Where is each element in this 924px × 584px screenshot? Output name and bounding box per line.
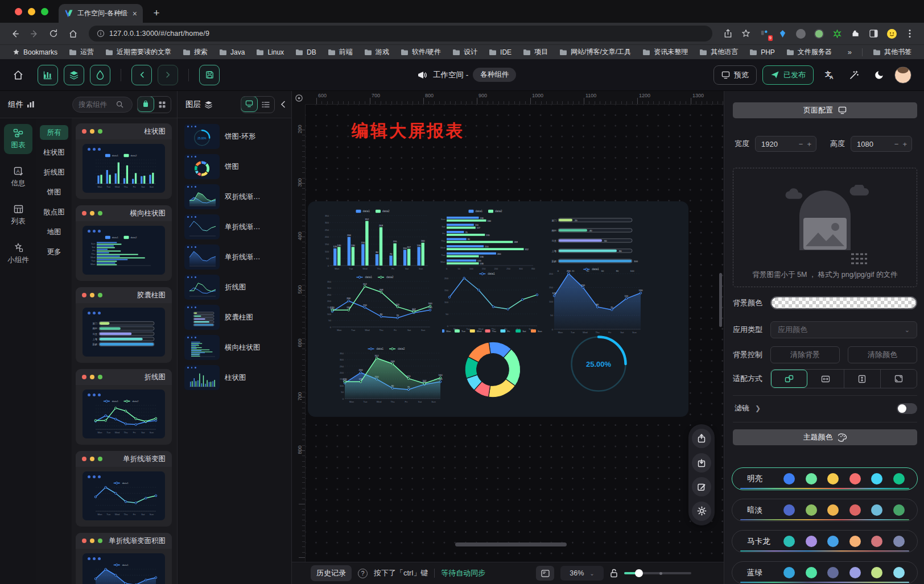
bookmark-folder[interactable]: 网站/博客/文章/工具 <box>555 46 636 58</box>
component-card[interactable]: 单折线渐变面积图 MonTueWedThuFriSatSundata1 <box>76 533 172 584</box>
preview-button[interactable]: 预览 <box>713 65 757 85</box>
fit-auto-button[interactable] <box>771 370 807 388</box>
search-input[interactable] <box>72 97 133 113</box>
theme-row-3[interactable]: 蓝绿 <box>732 561 918 584</box>
slider-handle[interactable] <box>635 569 643 577</box>
category-item[interactable]: 地图 <box>40 225 68 239</box>
bookmark-folder[interactable]: 资讯未整理 <box>638 46 692 58</box>
canvas-chart-capsule[interactable]: 厦门20南阳40北京60上海80新疆100020406080100 <box>543 210 645 273</box>
theme-color-dot[interactable] <box>871 504 882 516</box>
fit-stretch-button[interactable] <box>881 370 917 388</box>
canvas-chart-dual-gradient-area[interactable]: 050100150200250300350MonTueWedThuFriSatS… <box>334 346 444 405</box>
profile-avatar[interactable] <box>884 26 899 41</box>
zoom-select[interactable]: 36%⌄ <box>560 566 604 581</box>
vertical-scrollbar[interactable] <box>719 273 722 327</box>
bookmark-folder[interactable]: IDE <box>484 46 516 58</box>
extension-green-circle-icon[interactable] <box>811 26 826 41</box>
theme-color-dot[interactable] <box>893 504 905 516</box>
history-button[interactable]: 历史记录 <box>311 565 352 581</box>
extension-badge-icon[interactable]: 9 <box>757 26 772 41</box>
grid-view-toggle[interactable] <box>154 97 171 113</box>
theme-row-0[interactable]: 明亮 <box>732 467 918 490</box>
zoom-window-button[interactable] <box>41 8 48 15</box>
decrement-icon[interactable]: − <box>894 140 899 148</box>
other-bookmarks-folder[interactable]: 其他书签 <box>868 46 916 58</box>
new-tab-button[interactable]: + <box>148 5 164 21</box>
bookmark-folder[interactable]: 项目 <box>518 46 552 58</box>
theme-row-2[interactable]: 马卡龙 <box>732 530 918 553</box>
search-field[interactable] <box>79 101 114 109</box>
bookmark-folder[interactable]: 软件/硬件 <box>396 46 446 58</box>
bookmark-star-icon[interactable] <box>739 26 753 41</box>
category-item[interactable]: 更多 <box>40 245 68 259</box>
horizontal-scrollbar[interactable] <box>455 542 567 546</box>
share-icon[interactable] <box>720 26 735 41</box>
increment-icon[interactable]: + <box>807 140 811 148</box>
layer-item[interactable]: 单折线渐… <box>184 245 287 270</box>
canvas-chart-ring-progress[interactable]: 25.00% <box>555 323 642 405</box>
category-item[interactable]: 散点图 <box>40 205 68 219</box>
charts-panel-button[interactable] <box>38 65 58 85</box>
component-card[interactable]: 横向柱状图 SunSatFriThuWedTueMondata1data2 <box>76 205 172 281</box>
component-card[interactable]: 单折线渐变图 MonTueWedThuFriSatSundata1 <box>76 451 172 527</box>
theme-color-dot[interactable] <box>827 504 839 516</box>
canvas-chart-bar[interactable]: 050100150200250300350MonTueWedThuFriSatS… <box>319 208 432 272</box>
bookmark-folder[interactable]: 运营 <box>64 46 98 58</box>
extension-diamond-icon[interactable] <box>775 26 790 41</box>
theme-color-dot[interactable] <box>806 473 817 484</box>
home-icon[interactable] <box>65 26 81 42</box>
layer-item[interactable]: 胶囊柱图 <box>184 305 287 330</box>
bookmark-folder[interactable]: 其他语言 <box>695 46 742 58</box>
app-type-select[interactable]: 应用颜色⌄ <box>770 321 917 338</box>
sidebar-tab-3[interactable]: 小组件 <box>4 238 32 269</box>
category-item[interactable]: 所有 <box>40 125 68 140</box>
page-config-header[interactable]: 页面配置 <box>733 102 917 118</box>
ruler-visibility-icon[interactable] <box>292 91 306 105</box>
component-card[interactable]: 胶囊柱图 厦门南阳北京上海新疆 <box>76 287 172 363</box>
canvas-chart-gradient-line[interactable]: 050100150200MonTueWedThuFriSatSundata1 <box>439 271 541 332</box>
bookmarks-root-item[interactable]: Bookmarks <box>8 47 62 57</box>
decrement-icon[interactable]: − <box>799 140 803 148</box>
theme-color-dot[interactable] <box>806 504 817 516</box>
undo-button[interactable] <box>131 65 152 85</box>
bookmark-folder[interactable]: 前端 <box>323 46 357 58</box>
collapse-panel-icon[interactable] <box>278 101 288 108</box>
sidebar-tab-1[interactable]: A信息 <box>4 162 32 192</box>
theme-color-dot[interactable] <box>849 567 861 578</box>
menu-icon[interactable] <box>902 26 917 41</box>
height-input[interactable]: 1080 −+ <box>851 136 912 152</box>
bookmark-folder[interactable]: DB <box>291 46 321 58</box>
user-avatar[interactable] <box>894 67 911 84</box>
layer-item[interactable]: 25.00% 饼图-环形 <box>184 124 287 149</box>
theme-color-dot[interactable] <box>849 536 861 547</box>
thumbnail-view-toggle[interactable] <box>241 96 258 112</box>
extension-circle-icon[interactable] <box>793 26 808 41</box>
width-input[interactable]: 1920 −+ <box>755 136 816 152</box>
dashboard-screen[interactable]: 050100150200250300350MonTueWedThuFriSatS… <box>308 201 688 417</box>
layer-item[interactable]: 柱状图 <box>184 365 287 390</box>
side-panel-icon[interactable] <box>866 26 881 41</box>
category-item[interactable]: 饼图 <box>40 185 68 200</box>
address-bar[interactable]: 127.0.0.1:3000/#/chart/home/9 <box>89 26 712 42</box>
bookmark-folder[interactable]: 设计 <box>448 46 482 58</box>
fit-width-button[interactable] <box>807 370 844 388</box>
back-icon[interactable] <box>7 26 23 42</box>
layers-panel-button[interactable] <box>64 65 84 85</box>
lock-icon[interactable] <box>610 569 618 578</box>
bookmark-folder[interactable]: 近期需要读的文章 <box>101 46 176 58</box>
list-view-toggle[interactable] <box>257 97 274 113</box>
theme-color-dot[interactable] <box>893 567 905 578</box>
close-tab-icon[interactable]: × <box>133 9 137 18</box>
close-window-button[interactable] <box>15 8 22 15</box>
canvas-chart-horizontal-bar[interactable]: 050100150200250300350Sun130160Sat110117F… <box>434 208 542 272</box>
theme-row-1[interactable]: 暗淡 <box>732 499 918 521</box>
redo-button[interactable] <box>158 65 178 85</box>
settings-gear-icon[interactable] <box>692 502 711 521</box>
layer-item[interactable]: 双折线渐… <box>184 184 287 209</box>
theme-color-dot[interactable] <box>783 473 795 484</box>
theme-color-dot[interactable] <box>871 536 882 547</box>
width-value[interactable]: 1920 <box>761 140 795 148</box>
category-item[interactable]: 折线图 <box>40 165 68 180</box>
theme-color-dot[interactable] <box>893 536 905 547</box>
bookmarks-overflow[interactable]: » <box>843 48 856 56</box>
